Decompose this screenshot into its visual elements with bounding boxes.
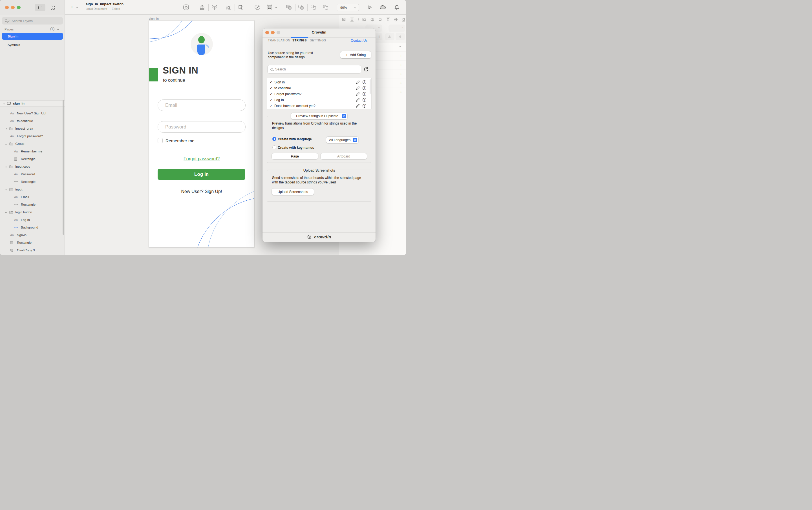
group-icon[interactable] bbox=[225, 4, 232, 11]
layer-row[interactable]: Group bbox=[5, 140, 24, 147]
string-row[interactable]: ✓Don’t have an account yet? i bbox=[267, 103, 371, 109]
align-center-horizontal-icon[interactable] bbox=[370, 18, 374, 22]
section-collapse-chevron-icon[interactable] bbox=[399, 46, 401, 47]
password-field[interactable]: Password bbox=[157, 121, 245, 133]
strings-list-scrollbar[interactable] bbox=[370, 79, 371, 94]
artboard-title[interactable]: sign_in bbox=[149, 17, 159, 20]
layer-row[interactable]: AaPassword bbox=[14, 171, 35, 178]
string-row[interactable]: ✓Log In i bbox=[267, 97, 371, 103]
layer-row[interactable]: Oval Copy 3 bbox=[10, 246, 35, 254]
layer-row[interactable]: impact_gray bbox=[5, 125, 33, 132]
create-with-language-radio[interactable] bbox=[272, 137, 276, 141]
add-style-button[interactable]: + bbox=[399, 72, 403, 76]
tab-strings[interactable]: STRINGS bbox=[292, 39, 307, 42]
pages-collapse-chevron-icon[interactable] bbox=[57, 28, 59, 30]
bring-forward-icon[interactable] bbox=[199, 4, 206, 11]
strings-search-field[interactable]: Search bbox=[267, 65, 361, 73]
insert-button[interactable]: + bbox=[70, 4, 77, 10]
window-minimize-button[interactable] bbox=[11, 6, 14, 9]
add-style-button[interactable]: + bbox=[399, 63, 403, 67]
edit-pencil-icon[interactable] bbox=[356, 104, 360, 108]
page-button[interactable]: Page bbox=[272, 153, 318, 159]
subtract-icon[interactable] bbox=[298, 4, 304, 11]
string-row[interactable]: ✓Sign in i bbox=[267, 79, 371, 85]
sidebar-page-symbols[interactable]: Symbols bbox=[2, 41, 63, 48]
info-icon[interactable]: i bbox=[362, 104, 366, 108]
info-icon[interactable]: i bbox=[362, 98, 366, 102]
chevron-right-icon[interactable] bbox=[5, 128, 7, 129]
edit-pencil-icon[interactable] bbox=[356, 98, 360, 102]
flip-vertical-button[interactable] bbox=[396, 33, 405, 40]
forgot-password-link[interactable]: Forgot password? bbox=[149, 156, 254, 161]
layer-row[interactable]: Background bbox=[14, 224, 38, 231]
info-icon[interactable]: i bbox=[362, 92, 366, 96]
layer-row[interactable]: input bbox=[5, 186, 22, 193]
artboard-layer-header[interactable]: sign_in bbox=[0, 100, 64, 107]
edit-pencil-icon[interactable] bbox=[356, 92, 360, 96]
remember-me-checkbox[interactable] bbox=[157, 138, 163, 143]
chevron-down-icon[interactable] bbox=[5, 211, 7, 213]
send-backward-icon[interactable] bbox=[211, 4, 218, 11]
chevron-down-icon[interactable] bbox=[5, 143, 7, 145]
search-layers-field[interactable]: Search Layers bbox=[2, 17, 63, 25]
upload-screenshots-button[interactable]: Upload Screenshots bbox=[272, 188, 314, 195]
add-style-button[interactable]: + bbox=[399, 54, 403, 58]
add-string-button[interactable]: + Add String bbox=[340, 51, 371, 58]
log-in-button[interactable]: Log In bbox=[157, 169, 245, 180]
sidebar-page-sign-in[interactable]: Sign In bbox=[2, 33, 63, 40]
layer-row[interactable]: AaLog In bbox=[14, 216, 30, 223]
contact-us-link[interactable]: Contact Us bbox=[351, 39, 367, 42]
difference-icon[interactable] bbox=[322, 4, 329, 11]
layer-row[interactable]: Rectangle bbox=[14, 155, 35, 162]
email-field[interactable]: Email bbox=[157, 99, 245, 111]
play-icon[interactable] bbox=[367, 4, 373, 11]
cloud-icon[interactable] bbox=[379, 4, 386, 11]
string-row[interactable]: ✓to continue i bbox=[267, 85, 371, 91]
string-row[interactable]: ✓Forgot password? i bbox=[267, 91, 371, 97]
grid-view-toggle[interactable] bbox=[47, 4, 58, 11]
artboard-button[interactable]: Artboard bbox=[321, 153, 367, 159]
add-page-button[interactable]: + bbox=[50, 27, 54, 31]
layer-row[interactable]: Rectangle bbox=[14, 178, 35, 185]
align-left-icon[interactable] bbox=[362, 18, 367, 22]
layer-row[interactable]: AaForgot password? bbox=[10, 132, 43, 140]
ungroup-icon[interactable] bbox=[237, 4, 244, 11]
zoom-select[interactable]: 90% bbox=[337, 4, 359, 11]
align-bottom-icon[interactable] bbox=[402, 18, 406, 22]
info-icon[interactable]: i bbox=[362, 80, 366, 84]
distribute-horizontal-icon[interactable] bbox=[342, 18, 346, 22]
layer-row[interactable]: Aasign-in bbox=[10, 231, 27, 239]
layer-row[interactable]: AaRemember me bbox=[14, 148, 42, 155]
edit-shape-icon[interactable] bbox=[254, 4, 261, 11]
intersect-icon[interactable] bbox=[310, 4, 317, 11]
flip-horizontal-button[interactable] bbox=[385, 33, 395, 40]
artboard[interactable]: SIGN IN to continue Email Password Remem… bbox=[149, 21, 254, 247]
layer-row[interactable]: Rectangle bbox=[14, 201, 35, 208]
distribute-vertical-icon[interactable] bbox=[350, 18, 354, 22]
create-with-key-names-radio[interactable] bbox=[272, 145, 276, 149]
symbol-icon[interactable] bbox=[183, 4, 190, 11]
canvas-view-toggle[interactable] bbox=[35, 4, 46, 11]
language-dropdown[interactable]: All Languages bbox=[326, 137, 358, 143]
notifications-icon[interactable] bbox=[393, 4, 400, 11]
layer-row[interactable]: Rectangle bbox=[10, 239, 32, 246]
align-middle-vertical-icon[interactable] bbox=[394, 18, 398, 22]
align-top-icon[interactable] bbox=[386, 18, 390, 22]
window-close-button[interactable] bbox=[5, 6, 9, 9]
layer-row[interactable]: AaNew User? Sign Up! bbox=[10, 110, 46, 117]
frame-chevron-icon[interactable] bbox=[275, 6, 277, 8]
edit-pencil-icon[interactable] bbox=[356, 86, 360, 90]
preview-strings-duplicate-button[interactable]: Preview Strings in Duplicate bbox=[291, 113, 347, 119]
add-style-button[interactable]: + bbox=[399, 81, 403, 85]
layer-row[interactable]: Aato-continue bbox=[10, 117, 33, 124]
info-icon[interactable]: i bbox=[362, 86, 366, 90]
align-right-icon[interactable] bbox=[378, 18, 382, 22]
frame-icon[interactable] bbox=[266, 4, 273, 11]
add-style-button[interactable]: + bbox=[399, 90, 403, 94]
tab-settings[interactable]: SETTINGS bbox=[310, 39, 326, 42]
refresh-icon[interactable] bbox=[364, 67, 369, 73]
edit-pencil-icon[interactable] bbox=[356, 80, 360, 84]
union-icon[interactable] bbox=[286, 4, 292, 11]
layer-row[interactable]: input copy bbox=[5, 163, 30, 170]
stepper-icon[interactable] bbox=[342, 114, 346, 118]
